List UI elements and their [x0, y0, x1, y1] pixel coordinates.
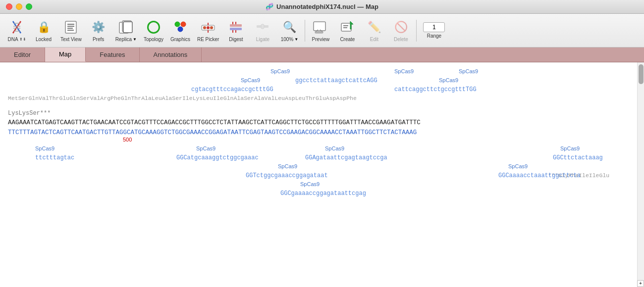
textview-label: Text View	[60, 37, 82, 42]
scrollbar-add-button[interactable]: +	[637, 280, 644, 287]
digest-label: Digest	[229, 37, 243, 42]
svg-point-23	[203, 26, 206, 29]
svg-rect-39	[341, 23, 351, 31]
dna-icon	[10, 19, 24, 35]
svg-rect-38	[315, 32, 323, 33]
repicker-icon	[201, 19, 215, 35]
locked-tool[interactable]: 🔒 Locked	[31, 17, 56, 45]
range-label: Range	[427, 33, 441, 39]
preview-tool[interactable]: Preview	[308, 17, 333, 45]
minimize-button[interactable]	[16, 3, 22, 10]
window-controls[interactable]	[6, 3, 32, 10]
spcas9-label-bottom-4: SpCas9	[560, 144, 580, 153]
bottom-annotation-labels-1: SpCas9 SpCas9 SpCas9 SpCas9	[8, 144, 634, 153]
svg-point-19	[178, 27, 183, 32]
spcas9-seq-3: cattcaggcttctgccgtttTGG	[394, 85, 477, 95]
titlebar: 🧬 UnannotatedphiX174.nucl — Map	[0, 0, 644, 14]
bottom-seq-1: ttctttagtac	[35, 153, 74, 163]
topology-label: Topology	[144, 37, 163, 42]
annotation-row-3: cgtacgtttccagaccgctttGG cattcaggcttctgcc…	[8, 85, 634, 94]
svg-point-17	[175, 22, 180, 27]
scrollbar-thumb[interactable]	[639, 64, 644, 84]
graphics-tool[interactable]: Graphics	[167, 17, 193, 45]
zoom-label: 100%	[281, 37, 294, 42]
bottom-seq-7: GGCgaaaaccggagataattcgag	[280, 189, 366, 198]
range-control[interactable]: Range	[419, 17, 449, 45]
spcas9-label-bottom-7: SpCas9	[300, 180, 320, 189]
svg-rect-34	[261, 24, 264, 29]
scrollbar-vertical[interactable]: +	[637, 62, 644, 287]
prefs-tool[interactable]: ⚙️ Prefs	[86, 17, 111, 45]
bottom-seq-4: GGCttctactaaag	[553, 153, 603, 163]
repicker-label: RE Picker	[197, 37, 219, 42]
bottom-annotation-labels-3: SpCas9	[8, 180, 634, 189]
annotation-row-2: SpCas9 ggcctctattaagctcattcAGG SpCas9	[8, 76, 634, 85]
bottom-annotation-labels-2: SpCas9 SpCas9	[8, 162, 634, 171]
svg-point-24	[207, 26, 210, 29]
graphics-label: Graphics	[170, 37, 190, 42]
close-button[interactable]	[6, 3, 12, 10]
tab-features[interactable]: Features	[86, 48, 139, 62]
repicker-tool[interactable]: RE Picker	[194, 17, 222, 45]
lock-icon: 🔒	[37, 19, 51, 35]
replica-tool[interactable]: Replica ▼	[112, 17, 140, 45]
main-content: + SpCas9 SpCas9 SpCas9 SpCas9 ggcctctatt…	[0, 62, 644, 287]
tab-map[interactable]: Map	[45, 48, 86, 62]
zoom-tool[interactable]: 🔍 100% ▼	[276, 17, 302, 45]
protein-sequence: MetSerGlnValThrGluGlnSerValArgPheGlnThrA…	[8, 95, 357, 101]
delete-tool: 🚫 Delete	[388, 17, 414, 45]
spcas9-label-bottom-3: SpCas9	[325, 144, 344, 153]
protein-line: MetSerGlnValThrGluGlnSerValArgPheGlnThrA…	[8, 94, 634, 104]
edit-label: Edit	[370, 37, 378, 42]
svg-point-25	[210, 26, 213, 29]
dna-tool[interactable]: DNA ⬆⬇	[4, 17, 30, 45]
toolbar-separator	[305, 20, 305, 42]
tab-annotations[interactable]: Annotations	[140, 48, 202, 62]
svg-rect-6	[65, 21, 76, 33]
toolbar: DNA ⬆⬇ 🔒 Locked Text View ⚙️ Prefs	[0, 14, 644, 48]
digest-tool[interactable]: Digest	[223, 17, 249, 45]
dna-sequence-1: AAGAAATCATGAGTCAAGTTACTGAACAATCCGTACGTTT…	[8, 119, 421, 126]
textview-tool[interactable]: Text View	[57, 17, 85, 45]
window-title: 🧬 UnannotatedphiX174.nucl — Map	[266, 3, 378, 10]
create-label: Create	[340, 37, 355, 42]
ligate-label: Ligate	[256, 37, 269, 42]
replica-icon	[118, 19, 133, 35]
toolbar-separator-2	[416, 20, 417, 42]
annotation-row-1: SpCas9 SpCas9 SpCas9	[8, 67, 634, 76]
maximize-button[interactable]	[26, 3, 32, 10]
textview-icon	[64, 19, 78, 35]
dna-line-1: AAGAAATCATGAGTCAAGTTACTGAACAATCCGTACGTTT…	[8, 118, 634, 128]
svg-rect-13	[123, 22, 132, 33]
bottom-seq-row-3: GGCgaaaaccggagataattcgag	[8, 189, 634, 198]
range-input[interactable]	[423, 22, 445, 32]
topology-tool[interactable]: Topology	[141, 17, 166, 45]
preview-icon	[313, 19, 328, 35]
dna-prefix-row: LysLysSer***	[8, 109, 634, 118]
dna-line-2-container: TTCTTTAGTACTCAGTTCAATGACTTGTTAGGCATGCAAA…	[8, 128, 634, 138]
edit-icon: ✏️	[368, 19, 381, 35]
create-tool[interactable]: Create	[334, 17, 360, 45]
tab-editor[interactable]: Editor	[0, 48, 45, 62]
dna-sequence-2: TTCTTTAGTACTCAGTTCAATGACTTGTTAGGCATGCAAA…	[8, 129, 417, 136]
ligate-icon	[256, 19, 269, 35]
locked-label: Locked	[36, 37, 52, 42]
spcas9-label-bottom-6: SpCas9	[508, 162, 528, 171]
spcas9-label-bottom-2: SpCas9	[196, 144, 215, 153]
bottom-seq-3: GGAgataattcgagtaagtccga	[305, 153, 387, 163]
marker-500-label: 500	[123, 136, 132, 145]
prefs-icon: ⚙️	[92, 19, 105, 35]
dna-content: SpCas9 SpCas9 SpCas9 SpCas9 ggcctctattaa…	[0, 62, 644, 203]
ligate-tool: Ligate	[250, 17, 275, 45]
preview-label: Preview	[312, 37, 330, 42]
spcas9-label-2: SpCas9	[394, 67, 414, 76]
svg-rect-35	[314, 22, 325, 31]
lys-lys-ser-label: LysLysSer***	[8, 110, 51, 117]
bottom-seq-row-1: ttctttagtac GGCatgcaaaggtctggcgaaac GGAg…	[8, 153, 634, 162]
edit-tool: ✏️ Edit	[361, 17, 387, 45]
bottom-seq-5: GGTctggcgaaaccggagataat	[246, 171, 328, 181]
topology-icon	[147, 19, 160, 35]
digest-icon	[229, 19, 243, 35]
prefs-label: Prefs	[93, 37, 104, 42]
bottom-seq-6: GGCaaaacctaaattggcttcta	[498, 171, 581, 181]
